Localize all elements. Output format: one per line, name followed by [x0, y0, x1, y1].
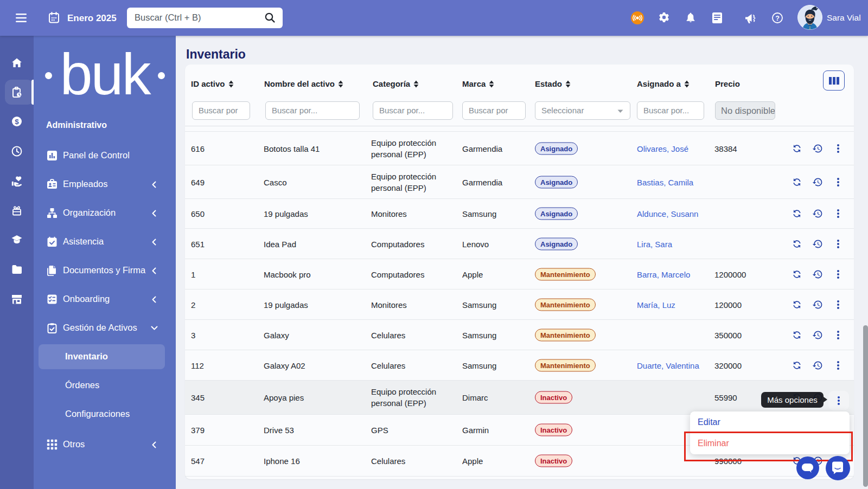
svg-text:$: $	[15, 118, 19, 126]
svg-text:?: ?	[775, 15, 780, 22]
